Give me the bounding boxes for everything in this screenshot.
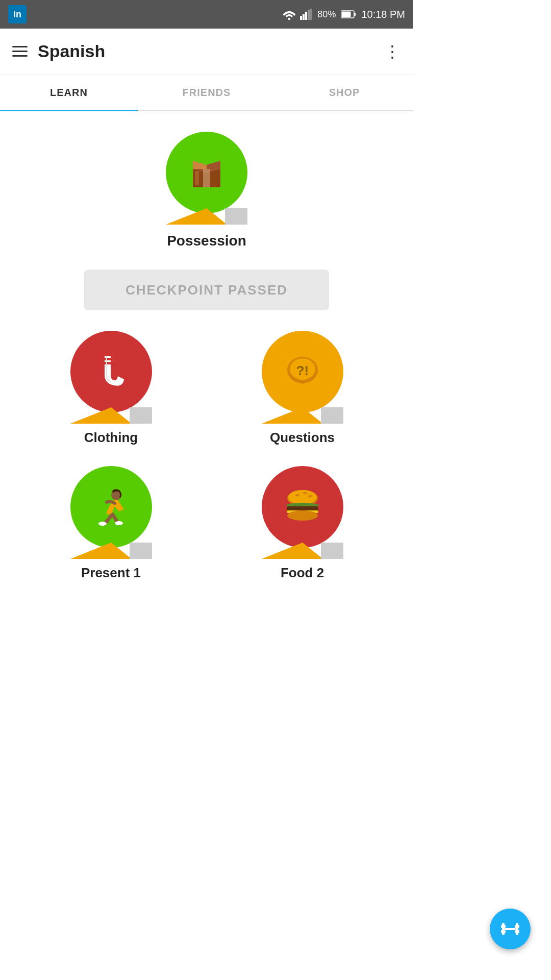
skill-circle-questions: ?! [262, 331, 343, 412]
status-icons [283, 9, 312, 20]
tabs-bar: LEARN FRIENDS SHOP [0, 75, 413, 111]
skill-circle-clothing [70, 331, 152, 412]
tab-shop[interactable]: SHOP [276, 75, 413, 110]
tab-learn[interactable]: LEARN [0, 75, 138, 110]
svg-rect-3 [305, 12, 307, 20]
main-content: Possession CHECKPOINT PASSED [0, 111, 413, 642]
skill-label-food2: Food 2 [281, 565, 324, 581]
skill-wedge-questions [262, 407, 343, 424]
svg-point-32 [287, 510, 318, 521]
svg-rect-4 [308, 10, 310, 20]
skill-label-possession: Possession [167, 233, 246, 249]
header-left: Spanish [12, 41, 105, 61]
svg-point-25 [288, 490, 317, 504]
skill-circle-present1 [70, 466, 152, 548]
status-bar: in 80% 10:18 PM [0, 0, 413, 29]
clothing-icon [88, 349, 134, 395]
skill-item-possession[interactable]: Possession [166, 132, 247, 249]
svg-point-22 [98, 522, 107, 526]
skill-wrapper-clothing [70, 331, 152, 424]
possession-icon [184, 150, 230, 195]
skill-circle-food2 [262, 466, 343, 548]
linkedin-icon: in [8, 5, 27, 23]
signal-icon [300, 9, 312, 20]
skill-wrapper-questions: ?! [262, 331, 343, 424]
svg-rect-15 [105, 358, 111, 360]
svg-rect-2 [303, 14, 305, 20]
skill-wrapper-present1 [70, 466, 152, 559]
food2-icon [280, 484, 325, 530]
skill-wedge-present1 [70, 543, 152, 559]
wifi-icon [283, 9, 296, 20]
svg-marker-11 [193, 161, 207, 169]
skill-wedge-possession [166, 208, 247, 225]
svg-rect-1 [300, 16, 302, 20]
skill-item-questions[interactable]: ?! Questions [212, 331, 393, 446]
battery-icon [341, 10, 356, 19]
skill-label-clothing: Clothing [84, 430, 138, 446]
menu-button[interactable] [12, 46, 28, 57]
app-header: Spanish ⋮ [0, 29, 413, 75]
svg-point-0 [288, 18, 290, 20]
skill-wedge-clothing [70, 407, 152, 424]
skills-grid: Clothing ?! [10, 331, 403, 581]
skill-label-present1: Present 1 [81, 565, 141, 581]
checkpoint-text: CHECKPOINT PASSED [126, 282, 288, 298]
skill-wrapper-food2 [262, 466, 343, 559]
more-options-button[interactable]: ⋮ [384, 42, 401, 61]
svg-rect-7 [354, 13, 356, 16]
svg-rect-14 [195, 171, 199, 185]
status-bar-left: in [8, 5, 27, 23]
skill-item-food2[interactable]: Food 2 [212, 466, 393, 581]
questions-icon: ?! [280, 349, 325, 395]
skill-label-questions: Questions [270, 430, 335, 446]
svg-point-23 [115, 521, 123, 525]
skill-item-present1[interactable]: Present 1 [20, 466, 202, 581]
skill-wedge-food2 [262, 543, 343, 559]
present1-icon [88, 484, 134, 530]
svg-rect-8 [342, 12, 351, 17]
battery-percent: 80% [317, 9, 336, 20]
skill-item-clothing[interactable]: Clothing [20, 331, 202, 446]
svg-marker-12 [207, 161, 220, 169]
svg-text:?!: ?! [296, 363, 309, 378]
svg-rect-16 [105, 362, 111, 364]
skill-wrapper-possession [166, 132, 247, 225]
svg-rect-13 [203, 169, 210, 187]
svg-rect-5 [310, 9, 312, 20]
app-title: Spanish [38, 41, 105, 61]
tab-friends[interactable]: FRIENDS [138, 75, 276, 110]
skill-circle-possession [166, 132, 247, 213]
time-display: 10:18 PM [361, 9, 405, 20]
status-bar-right: 80% 10:18 PM [283, 9, 405, 20]
checkpoint-banner: CHECKPOINT PASSED [84, 270, 329, 310]
